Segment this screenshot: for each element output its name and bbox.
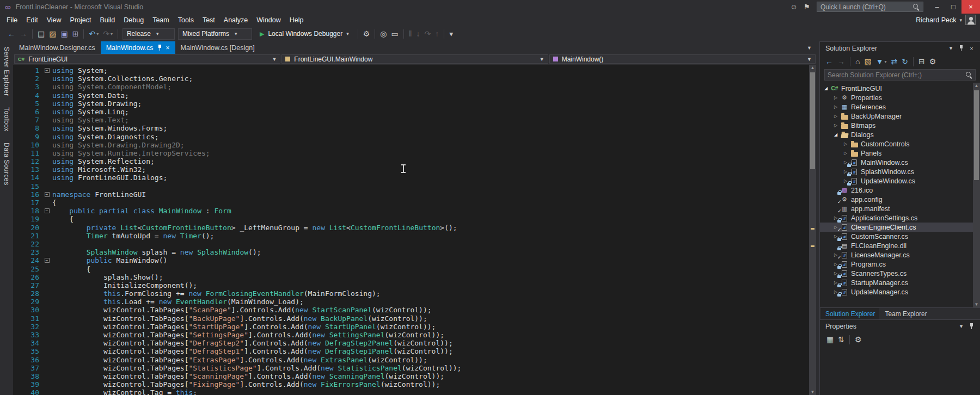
nav-backward-icon[interactable]: ← [5,29,17,39]
menu-team[interactable]: Team [148,15,174,26]
tree-item-scannerstypes-cs[interactable]: ▷ScannersTypes.cs [820,269,980,278]
step-out-icon[interactable]: ↑ [433,29,441,39]
code-line-6[interactable]: 6using System.Linq; [13,108,809,116]
project-dropdown[interactable]: C# FrontLineGUI ▼ [14,54,280,64]
code-line-39[interactable]: 39 wizControl.TabPages["FixingPage"].Con… [13,380,809,388]
save-all-icon[interactable]: ⊞ [70,29,81,39]
code-line-27[interactable]: 27 InitializeComponent(); [13,281,809,289]
code-line-9[interactable]: 9using System.Diagnostics; [13,133,809,141]
tree-item-program-cs[interactable]: ▷Program.cs [820,260,980,269]
code-line-33[interactable]: 33 wizControl.TabPages["SettingsPage"].C… [13,331,809,339]
expand-arrow-icon[interactable]: ▷ [832,104,840,109]
nav-forward-icon[interactable]: → [17,29,29,39]
tree-item-cleanengineclient-cs[interactable]: ▷✓CleanEngineClient.cs [820,223,980,232]
code-line-14[interactable]: 14using FrontLineGUI.Dialogs; [13,174,809,182]
code-line-11[interactable]: 11using System.Runtime.InteropServices; [13,149,809,157]
code-line-15[interactable]: 15 [13,182,809,190]
menu-view[interactable]: View [42,15,66,26]
home-icon[interactable]: ⌂ [853,57,862,66]
fold-collapse-icon[interactable]: − [41,256,52,264]
show-all-files-icon[interactable]: ▧ [862,57,873,66]
pending-changes-filter-icon[interactable]: ▼▾ [874,57,889,66]
menu-build[interactable]: Build [95,15,119,26]
se-search-input[interactable]: Search Solution Explorer (Ctrl+;) [824,69,976,81]
notifications-icon[interactable]: ⚑ [800,3,813,11]
expand-arrow-icon[interactable]: ▷ [842,151,849,156]
code-line-40[interactable]: 40 wizControl.Tag = this; [13,388,809,395]
tree-item-216-ico[interactable]: ▩216.ico [820,186,980,195]
categorized-icon[interactable]: ▦ [824,335,836,344]
close-button[interactable]: × [961,0,980,14]
fold-collapse-icon[interactable]: − [41,66,52,75]
code-line-8[interactable]: 8using System.Windows.Forms; [13,124,809,132]
code-line-29[interactable]: 29 this.Load += new EventHandler(MainWin… [13,298,809,306]
collapse-all-icon[interactable]: ⊟ [916,57,927,66]
tool-tab-team-explorer[interactable]: Team Explorer [880,308,931,319]
tree-item-panels[interactable]: ▷Panels [820,149,980,158]
tree-item-dialogs[interactable]: ◢Dialogs [820,130,980,139]
code-line-21[interactable]: 21 Timer tmAutoUpd = new Timer(); [13,232,809,240]
code-line-26[interactable]: 26 splash.Show(); [13,273,809,281]
code-line-18[interactable]: 18− public partial class MainWindow : Fo… [13,207,809,215]
code-editor[interactable]: 1−using System;2using System.Collections… [13,65,809,395]
collapse-arrow-icon[interactable]: ◢ [832,132,840,137]
code-line-3[interactable]: 3using System.ComponentModel; [13,83,809,91]
code-line-31[interactable]: 31 wizControl.TabPages["BackUpPage"].Con… [13,314,809,323]
se-properties-icon[interactable]: ⚙ [927,57,939,66]
user-name[interactable]: Richard Peck [916,16,956,24]
tree-item-updatemanager-cs[interactable]: ▷UpdateManager.cs [820,287,980,297]
redo-icon[interactable]: ↷▾ [101,29,115,39]
window-position-icon[interactable]: ▾ [956,323,966,330]
doc-tab-mainwindow-designer-cs[interactable]: MainWindow.Designer.cs [14,41,101,54]
menu-test[interactable]: Test [198,15,219,26]
tree-item-mainwindow-cs[interactable]: ▷MainWindow.cs [820,158,980,167]
menu-help[interactable]: Help [285,15,308,26]
code-line-24[interactable]: 24− public MainWindow() [13,256,809,264]
minimize-button[interactable]: – [929,0,945,14]
undo-icon[interactable]: ↶▾ [87,29,101,39]
code-line-34[interactable]: 34 wizControl.TabPages["DefragStep2"].Co… [13,339,809,347]
tree-item-app-manifest[interactable]: ▥✓app.manifest [820,204,980,213]
expand-arrow-icon[interactable]: ▷ [832,95,840,100]
scrollbar-thumb[interactable] [974,90,979,180]
code-line-22[interactable]: 22 [13,240,809,248]
tree-item-customcontrols[interactable]: ▷CustomControls [820,139,980,149]
close-tab-icon[interactable]: × [166,44,170,52]
tree-item-startupmanager-cs[interactable]: ▷StartupManager.cs [820,278,980,287]
tree-item-references[interactable]: ▷▦References [820,102,980,112]
code-line-32[interactable]: 32 wizControl.TabPages["StartUpPage"].Co… [13,323,809,331]
pin-icon[interactable] [157,44,162,51]
step-into-icon[interactable]: ↓ [414,29,422,39]
side-tab-data-sources[interactable]: Data Sources [3,143,10,186]
code-line-35[interactable]: 35 wizControl.TabPages["DefragStep1"].Co… [13,347,809,355]
close-panel-icon[interactable]: × [966,45,977,52]
code-line-19[interactable]: 19 { [13,215,809,223]
member-dropdown[interactable]: MainWindow() ▼ [549,54,816,64]
expand-arrow-icon[interactable]: ▷ [832,114,840,119]
se-back-icon[interactable]: ← [823,57,835,66]
tree-item-licensemanager-cs[interactable]: ▷✓LicenseManager.cs [820,250,980,260]
tree-item-properties[interactable]: ▷⚙Properties [820,93,980,102]
start-debug-button[interactable]: ▶ Local Windows Debugger ▾ [255,28,353,40]
code-line-17[interactable]: 17{ [13,199,809,207]
code-line-20[interactable]: 20 private List<CustomFrontLineButton> _… [13,224,809,232]
quick-launch-input[interactable]: Quick Launch (Ctrl+Q) [817,2,923,12]
user-avatar[interactable] [965,15,976,25]
fold-collapse-icon[interactable]: − [41,190,52,199]
side-tab-toolbox[interactable]: Toolbox [3,107,10,132]
output-window-icon[interactable]: ▭ [389,29,400,39]
tab-list-dropdown-icon[interactable]: ▼ [807,45,816,51]
menu-debug[interactable]: Debug [119,15,148,26]
code-line-13[interactable]: 13using Microsoft.Win32; [13,165,809,174]
tree-item-customscanner-cs[interactable]: ▷CustomScanner.cs [820,232,980,241]
doc-tab-mainwindow-cs-design[interactable]: MainWindow.cs [Design] [175,41,260,54]
scroll-down-icon[interactable]: ▼ [809,390,816,394]
tree-item-applicationsettings-cs[interactable]: ▷ApplicationSettings.cs [820,213,980,223]
code-line-36[interactable]: 36 wizControl.TabPages["ExtrasPage"].Con… [13,356,809,364]
tree-item-flcleanengine-dll[interactable]: ▤FLCleanEngine.dll [820,241,980,250]
property-pages-icon[interactable]: ⚙ [853,335,864,344]
scroll-down-icon[interactable]: ▼ [973,302,980,307]
menu-project[interactable]: Project [66,15,96,26]
tool-tab-solution-explorer[interactable]: Solution Explorer [821,308,879,319]
code-line-2[interactable]: 2using System.Collections.Generic; [13,75,809,83]
